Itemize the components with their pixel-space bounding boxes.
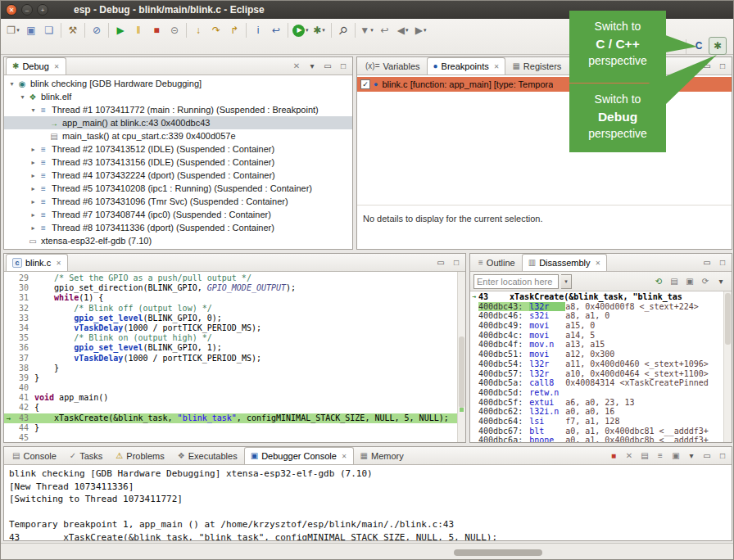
maximize-button[interactable]: □ xyxy=(715,449,730,463)
tab-debug[interactable]: ✱Debug✕ xyxy=(6,57,66,75)
terminate-button[interactable]: ■ xyxy=(147,21,165,39)
disassembly-source-line[interactable]: →43xTaskCreate(&blink_task, "blink_tas xyxy=(470,292,723,302)
disassembly-scrollbar-thumb[interactable] xyxy=(725,293,731,345)
console-output[interactable]: blink checking [GDB Hardware Debugging] … xyxy=(4,465,732,540)
debug-tree-row[interactable]: ▸≡Thread #2 1073413512 (IDLE) (Suspended… xyxy=(4,142,352,156)
code-line[interactable]: 34 vTaskDelay(1000 / portTICK_PERIOD_MS)… xyxy=(4,323,457,333)
code-line[interactable]: 29 /* Set the GPIO as a push/pull output… xyxy=(4,273,457,283)
back-dropdown-icon[interactable]: ▾ xyxy=(406,27,409,34)
debug-tree-row[interactable]: →app_main() at blink.c:43 0x400dbc43 xyxy=(4,116,352,129)
display-selected-console-button[interactable]: ▾ xyxy=(684,449,699,463)
cpp-perspective-button[interactable]: C xyxy=(690,37,708,55)
debug-tree-row[interactable]: ▭xtensa-esp32-elf-gdb (7.10) xyxy=(4,234,352,247)
suspend-button[interactable]: ‖ xyxy=(129,21,147,39)
expander-icon[interactable]: ▸ xyxy=(29,172,38,179)
code-line[interactable]: 35 /* Blink on (output high) */ xyxy=(4,333,457,343)
step-into-button[interactable]: ↓ xyxy=(189,21,207,39)
drop-to-frame-button[interactable]: ↩ xyxy=(267,21,285,39)
code-line[interactable]: 36 gpio_set_level(BLINK_GPIO, 1); xyxy=(4,343,457,353)
code-line[interactable]: 41void app_main() xyxy=(4,393,457,403)
debug-dropdown-icon[interactable]: ▾ xyxy=(322,27,325,34)
minimize-button[interactable]: – xyxy=(21,4,33,16)
tab-console[interactable]: ▤Console xyxy=(6,447,63,464)
tab-blink-c[interactable]: cblink.c✕ xyxy=(6,254,68,271)
debug-tree-row[interactable]: ▾◉blink checking [GDB Hardware Debugging… xyxy=(4,77,352,90)
instruction-stepping-button[interactable]: i xyxy=(249,21,267,39)
checkbox-checked-icon[interactable]: ✓ xyxy=(360,79,370,89)
expander-icon[interactable]: ▾ xyxy=(18,93,27,101)
code-line[interactable]: 37 vTaskDelay(1000 / portTICK_PERIOD_MS)… xyxy=(4,354,457,364)
minimize-button[interactable]: ▭ xyxy=(320,59,335,74)
tab-variables[interactable]: (x)=Variables xyxy=(359,57,427,75)
code-line[interactable]: 33 gpio_set_level(BLINK_GPIO, 0); xyxy=(4,314,457,323)
code-line[interactable]: 31 while(1) { xyxy=(4,293,457,303)
disassembly-line[interactable]: 400dbc6a:bnonea0, a1, 0x400dbc8b <__addd… xyxy=(470,436,723,442)
tab-executables[interactable]: ❖Executables xyxy=(171,447,244,464)
code-line[interactable]: 32 /* Blink off (output low) */ xyxy=(4,304,457,314)
disassembly-scrollbar[interactable] xyxy=(723,291,732,442)
disassembly-content[interactable]: →43xTaskCreate(&blink_task, "blink_tas40… xyxy=(470,291,732,442)
debug-tree-row[interactable]: ▸≡Thread #5 1073410208 (ipc1 : Running) … xyxy=(4,182,352,195)
minimize-button[interactable]: ▭ xyxy=(700,255,714,270)
code-line[interactable]: 42{ xyxy=(4,403,457,413)
maximize-button[interactable]: □ xyxy=(336,59,351,74)
expander-icon[interactable]: ▾ xyxy=(29,106,38,114)
debug-tree-row[interactable]: ▸≡Thread #4 1073432224 (dport) (Suspende… xyxy=(4,169,352,182)
close-icon[interactable]: ✕ xyxy=(54,63,60,70)
debug-tree-row[interactable]: ▸≡Thread #6 1073431096 (Tmr Svc) (Suspen… xyxy=(4,195,352,208)
tab-tasks[interactable]: ✓Tasks xyxy=(63,447,110,464)
disassembly-line[interactable]: 400dbc62:l32i.na0, a0, 16 xyxy=(470,407,723,417)
view-menu-button[interactable]: ▾ xyxy=(305,59,319,74)
code-line[interactable]: 44} xyxy=(4,423,457,433)
back-button[interactable]: ◀▾ xyxy=(394,21,412,39)
expander-icon[interactable]: ▸ xyxy=(29,224,38,232)
forward-button[interactable]: ▶▾ xyxy=(412,21,430,39)
build-button[interactable]: ⚒ xyxy=(64,21,82,39)
scroll-lock-button[interactable]: ≡ xyxy=(653,449,668,463)
maximize-button[interactable]: □ xyxy=(449,255,464,270)
close-icon[interactable]: ✕ xyxy=(596,260,601,267)
disassembly-line[interactable]: 400dbc5d:retw.n xyxy=(470,388,723,398)
run-dropdown-icon[interactable]: ▾ xyxy=(306,27,309,34)
disassembly-line[interactable]: 400dbc67:blta0, a1, 0x400dbc81 <__adddf3… xyxy=(470,427,723,436)
view-menu-button[interactable]: ▾ xyxy=(714,274,728,289)
debug-tree-row[interactable]: ▸≡Thread #3 1073413156 (IDLE) (Suspended… xyxy=(4,156,352,169)
close-icon[interactable]: ✕ xyxy=(56,260,61,267)
debug-tree-row[interactable]: ▸≡Thread #7 1073408744 (ipc0) (Suspended… xyxy=(4,208,352,221)
disassembly-line[interactable]: 400dbc5f:extuia6, a0, 23, 13 xyxy=(470,398,723,408)
tab-problems[interactable]: ⚠Problems xyxy=(109,447,170,464)
expander-icon[interactable]: ▸ xyxy=(29,146,38,153)
overview-ruler[interactable] xyxy=(457,272,465,442)
disassembly-line[interactable]: 400dbc43:l32ra8, 0x400d00f8 <_stext+224> xyxy=(470,302,723,312)
expander-icon[interactable]: ▸ xyxy=(29,185,38,192)
terminate-button[interactable]: ■ xyxy=(606,449,621,463)
tab-debugger-console[interactable]: ▣Debugger Console✕ xyxy=(244,447,354,464)
refresh-button[interactable]: ⟳ xyxy=(698,274,713,289)
save-all-button[interactable]: ❏ xyxy=(40,21,58,39)
code-line[interactable]: 30 gpio_set_direction(BLINK_GPIO, GPIO_M… xyxy=(4,283,457,293)
next-annotation-dropdown-icon[interactable]: ▾ xyxy=(370,27,374,34)
next-annotation-button[interactable]: ▼▾ xyxy=(358,21,376,39)
disassembly-line[interactable]: 400dbc4c:movia14, 5 xyxy=(470,331,723,341)
maximize-button[interactable]: □ xyxy=(715,59,730,74)
tab-breakpoints[interactable]: ●Breakpoints✕ xyxy=(427,57,506,75)
debug-tree-row[interactable]: ▾≡Thread #1 1073411772 (main : Running) … xyxy=(4,103,352,116)
close-icon[interactable]: ✕ xyxy=(494,63,500,70)
debug-tree-row[interactable]: ▾❖blink.elf xyxy=(4,90,352,103)
minimize-button[interactable]: ▭ xyxy=(700,449,714,463)
disassembly-line[interactable]: 400dbc5a:call80x40084314 <xTaskCreatePin… xyxy=(470,378,723,388)
tab-outline[interactable]: ≡Outline xyxy=(472,254,522,271)
expander-icon[interactable]: ▸ xyxy=(29,211,38,219)
tab-registers[interactable]: ▦Registers xyxy=(505,57,568,75)
code-line[interactable]: 40 xyxy=(4,383,457,393)
new-wizard-button[interactable]: ❐▾ xyxy=(4,21,22,39)
breakpoint-row[interactable]: ✓ ● blink.c [function: app_main] [type: … xyxy=(357,77,732,92)
track-expression-button[interactable]: ▣ xyxy=(682,274,697,289)
step-over-button[interactable]: ↷ xyxy=(207,21,225,39)
remove-all-terminated-button[interactable]: ✕ xyxy=(289,59,304,74)
debug-perspective-button[interactable]: ✱ xyxy=(709,37,727,55)
editor-content[interactable]: 29 /* Set the GPIO as a push/pull output… xyxy=(4,272,465,442)
step-return-button[interactable]: ↱ xyxy=(225,21,243,39)
minimize-button[interactable]: ▭ xyxy=(433,255,448,270)
disassembly-line[interactable]: 400dbc46:s32ia8, a1, 0 xyxy=(470,311,723,321)
